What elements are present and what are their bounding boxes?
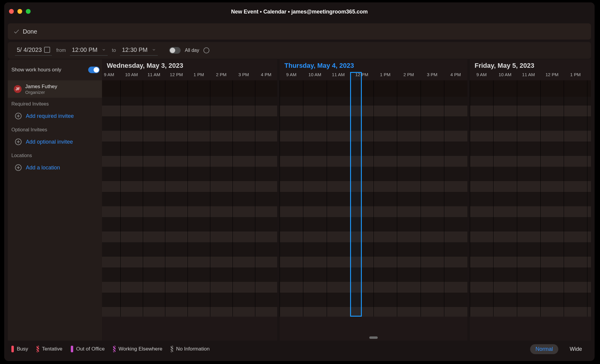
window-title: New Event • Calendar • james@meetingroom… [4, 9, 595, 15]
minimize-window-button[interactable] [17, 9, 22, 14]
date-time-toolbar: 5/ 4/2023 from 12:00 PM to 12:30 PM All … [8, 42, 591, 59]
hour-header-row: 9 AM10 AM11 AM12 PM1 PM2 PM3 PM4 PM [280, 72, 467, 80]
date-field[interactable]: 5/ 4/2023 [15, 45, 52, 56]
window-controls [9, 9, 31, 14]
horizontal-scroll-thumb[interactable] [369, 336, 378, 339]
add-optional-invitee-button[interactable]: Add optional invitee [8, 134, 102, 149]
work-hours-toggle[interactable] [88, 67, 100, 73]
elsewhere-swatch-icon [113, 346, 116, 352]
hour-label: 4 PM [444, 72, 467, 80]
done-label: Done [23, 28, 37, 35]
hour-label: 12 PM [540, 72, 564, 80]
window: New Event • Calendar • james@meetingroom… [4, 2, 595, 361]
from-time-value: 12:00 PM [72, 46, 98, 53]
calendar-icon [44, 47, 50, 53]
hour-label: 1 PM [374, 72, 397, 80]
view-mode-switch: Normal Wide [530, 344, 587, 354]
avatar: JF [14, 85, 22, 93]
legend-busy: Busy [11, 346, 28, 352]
day-grid-body[interactable] [102, 80, 277, 317]
hour-label: 10 AM [493, 72, 517, 80]
locations-label: Locations [8, 149, 102, 160]
footer: Busy Tentative Out of Office Working Els… [8, 341, 591, 357]
legend-elsewhere: Working Elsewhere [113, 346, 162, 352]
day-column: Friday, May 5, 20239 AM10 AM11 AM12 PM1 … [470, 59, 591, 341]
required-invitees-label: Required Invitees [8, 98, 102, 109]
tentative-swatch-icon [37, 346, 39, 352]
chevron-down-icon [152, 48, 156, 52]
add-optional-text: Add optional invitee [26, 139, 73, 145]
done-button[interactable]: Done [13, 28, 37, 35]
legend: Busy Tentative Out of Office Working Els… [11, 346, 210, 352]
all-day-label: All day [185, 48, 199, 53]
hour-label: 2 PM [397, 72, 420, 80]
date-value: 5/ 4/2023 [17, 46, 42, 53]
hour-label: 1 PM [188, 72, 210, 80]
all-day-toggle[interactable] [169, 47, 181, 54]
legend-oof: Out of Office [71, 346, 105, 352]
zoom-window-button[interactable] [26, 9, 31, 14]
hour-label: 10 AM [303, 72, 326, 80]
hour-label: 2 PM [587, 72, 591, 80]
oof-swatch-icon [71, 346, 73, 352]
timezone-icon[interactable] [203, 47, 209, 53]
day-grid-body[interactable] [470, 80, 591, 317]
add-location-text: Add a location [26, 165, 60, 171]
day-column: Thursday, May 4, 20239 AM10 AM11 AM12 PM… [280, 59, 467, 341]
hour-label: 3 PM [232, 72, 255, 80]
attendee-sidebar: Show work hours only JF James Futhey Org… [8, 59, 102, 341]
legend-noinfo: No Information [171, 346, 210, 352]
hour-header-row: 9 AM10 AM11 AM12 PM1 PM2 PM [470, 72, 591, 80]
sidebar-header: Show work hours only [8, 59, 102, 80]
hour-header-row: 9 AM10 AM11 AM12 PM1 PM2 PM3 PM4 PM [102, 72, 277, 80]
wide-view-button[interactable]: Wide [564, 344, 587, 354]
close-window-button[interactable] [9, 9, 14, 14]
hour-label: 10 AM [120, 72, 143, 80]
to-time-value: 12:30 PM [122, 46, 148, 53]
day-header: Friday, May 5, 2023 [470, 59, 591, 72]
add-location-button[interactable]: Add a location [8, 160, 102, 175]
hour-label: 12 PM [350, 72, 374, 80]
chevron-down-icon [102, 48, 106, 52]
day-grid-body[interactable] [280, 80, 467, 317]
header-toolbar: Done [8, 23, 591, 40]
hour-label: 9 AM [102, 72, 120, 80]
organizer-name: James Futhey [25, 84, 57, 90]
plus-icon [15, 164, 22, 171]
hour-label: 1 PM [564, 72, 587, 80]
from-label: from [56, 48, 66, 53]
title-bar: New Event • Calendar • james@meetingroom… [4, 2, 595, 21]
legend-tentative: Tentative [37, 346, 62, 352]
hour-label: 3 PM [421, 72, 444, 80]
day-header: Wednesday, May 3, 2023 [102, 59, 277, 72]
hour-label: 11 AM [143, 72, 165, 80]
hour-label: 2 PM [210, 72, 232, 80]
to-time-field[interactable]: 12:30 PM [120, 45, 158, 56]
hour-label: 4 PM [255, 72, 278, 80]
work-hours-label: Show work hours only [11, 67, 61, 73]
hour-label: 9 AM [470, 72, 493, 80]
plus-icon [15, 139, 22, 145]
availability-grid[interactable]: Wednesday, May 3, 20239 AM10 AM11 AM12 P… [102, 59, 591, 341]
noinfo-swatch-icon [171, 346, 173, 352]
add-required-text: Add required invitee [26, 113, 74, 119]
checkmark-icon [13, 28, 20, 35]
optional-invitees-label: Optional Invitees [8, 124, 102, 134]
day-column: Wednesday, May 3, 20239 AM10 AM11 AM12 P… [102, 59, 277, 341]
busy-swatch-icon [11, 346, 14, 352]
from-time-field[interactable]: 12:00 PM [70, 45, 108, 56]
hour-label: 12 PM [165, 72, 188, 80]
hour-label: 9 AM [280, 72, 303, 80]
plus-icon [15, 113, 22, 119]
to-label: to [112, 48, 116, 53]
organizer-role: Organizer [25, 90, 57, 95]
scheduling-content: Show work hours only JF James Futhey Org… [8, 59, 591, 341]
organizer-row[interactable]: JF James Futhey Organizer [8, 80, 102, 98]
hour-label: 11 AM [517, 72, 540, 80]
hour-label: 11 AM [327, 72, 350, 80]
add-required-invitee-button[interactable]: Add required invitee [8, 109, 102, 124]
day-header: Thursday, May 4, 2023 [280, 59, 467, 72]
normal-view-button[interactable]: Normal [530, 344, 558, 354]
